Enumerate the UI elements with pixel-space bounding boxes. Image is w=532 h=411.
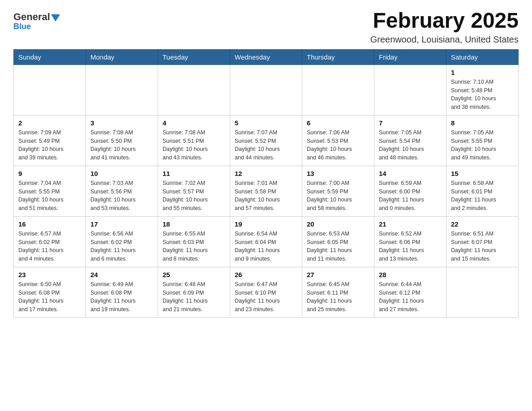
- calendar-cell: 14Sunrise: 6:59 AMSunset: 6:00 PMDayligh…: [374, 166, 446, 216]
- week-row-3: 9Sunrise: 7:04 AMSunset: 5:55 PMDaylight…: [14, 166, 519, 216]
- day-number: 11: [163, 170, 225, 177]
- calendar-cell: 2Sunrise: 7:09 AMSunset: 5:49 PMDaylight…: [14, 115, 86, 166]
- title-block: February 2025 Greenwood, Louisiana, Unit…: [370, 9, 519, 45]
- day-info: Sunrise: 7:02 AMSunset: 5:57 PMDaylight:…: [163, 179, 225, 213]
- calendar-cell: 13Sunrise: 7:00 AMSunset: 5:59 PMDayligh…: [302, 166, 374, 216]
- day-number: 3: [90, 119, 153, 127]
- day-number: 21: [379, 220, 442, 228]
- day-info: Sunrise: 6:51 AMSunset: 6:07 PMDaylight:…: [451, 230, 514, 263]
- calendar-cell: 24Sunrise: 6:49 AMSunset: 6:08 PMDayligh…: [86, 267, 158, 317]
- day-number: 17: [90, 220, 153, 228]
- calendar-cell: 3Sunrise: 7:08 AMSunset: 5:50 PMDaylight…: [86, 115, 158, 166]
- weekday-header-thursday: Thursday: [302, 49, 374, 64]
- logo-blue: Blue: [13, 22, 31, 31]
- day-number: 22: [451, 220, 514, 228]
- calendar-cell: 1Sunrise: 7:10 AMSunset: 5:48 PMDaylight…: [446, 64, 519, 115]
- logo: General Blue: [13, 9, 60, 31]
- calendar-cell: 18Sunrise: 6:55 AMSunset: 6:03 PMDayligh…: [158, 216, 230, 267]
- day-number: 25: [163, 271, 225, 278]
- calendar-cell: 23Sunrise: 6:50 AMSunset: 6:08 PMDayligh…: [14, 267, 86, 317]
- day-info: Sunrise: 6:52 AMSunset: 6:06 PMDaylight:…: [379, 230, 442, 263]
- calendar-cell: [446, 267, 519, 317]
- calendar-cell: [374, 64, 446, 115]
- calendar-cell: 4Sunrise: 7:08 AMSunset: 5:51 PMDaylight…: [158, 115, 230, 166]
- weekday-header-wednesday: Wednesday: [230, 49, 302, 64]
- day-number: 19: [235, 220, 297, 228]
- day-info: Sunrise: 7:04 AMSunset: 5:55 PMDaylight:…: [18, 179, 81, 213]
- day-info: Sunrise: 6:54 AMSunset: 6:04 PMDaylight:…: [235, 230, 297, 263]
- day-info: Sunrise: 7:06 AMSunset: 5:53 PMDaylight:…: [307, 128, 369, 162]
- calendar-cell: 17Sunrise: 6:56 AMSunset: 6:02 PMDayligh…: [86, 216, 158, 267]
- calendar-cell: 8Sunrise: 7:05 AMSunset: 5:55 PMDaylight…: [446, 115, 519, 166]
- day-number: 12: [235, 170, 297, 177]
- day-info: Sunrise: 6:45 AMSunset: 6:11 PMDaylight:…: [307, 280, 369, 314]
- day-info: Sunrise: 6:59 AMSunset: 6:00 PMDaylight:…: [379, 179, 442, 213]
- week-row-4: 16Sunrise: 6:57 AMSunset: 6:02 PMDayligh…: [14, 216, 519, 267]
- logo-general: General: [13, 11, 50, 23]
- month-title: February 2025: [370, 9, 519, 33]
- day-number: 13: [307, 170, 369, 177]
- page-header: General Blue February 2025 Greenwood, Lo…: [13, 9, 519, 45]
- calendar-cell: 28Sunrise: 6:44 AMSunset: 6:12 PMDayligh…: [374, 267, 446, 317]
- calendar-cell: 22Sunrise: 6:51 AMSunset: 6:07 PMDayligh…: [446, 216, 519, 267]
- calendar-cell: 5Sunrise: 7:07 AMSunset: 5:52 PMDaylight…: [230, 115, 302, 166]
- weekday-header-monday: Monday: [86, 49, 158, 64]
- day-info: Sunrise: 7:05 AMSunset: 5:55 PMDaylight:…: [451, 128, 514, 162]
- week-row-1: 1Sunrise: 7:10 AMSunset: 5:48 PMDaylight…: [14, 64, 519, 115]
- logo-triangle-icon: [51, 14, 60, 21]
- weekday-header-saturday: Saturday: [446, 49, 519, 64]
- calendar-cell: 7Sunrise: 7:05 AMSunset: 5:54 PMDaylight…: [374, 115, 446, 166]
- calendar-cell: 19Sunrise: 6:54 AMSunset: 6:04 PMDayligh…: [230, 216, 302, 267]
- day-info: Sunrise: 7:01 AMSunset: 5:58 PMDaylight:…: [235, 179, 297, 213]
- day-info: Sunrise: 7:07 AMSunset: 5:52 PMDaylight:…: [235, 128, 297, 162]
- calendar-table: SundayMondayTuesdayWednesdayThursdayFrid…: [13, 49, 519, 318]
- day-number: 28: [379, 271, 442, 278]
- week-row-5: 23Sunrise: 6:50 AMSunset: 6:08 PMDayligh…: [14, 267, 519, 317]
- weekday-header-row: SundayMondayTuesdayWednesdayThursdayFrid…: [14, 49, 519, 64]
- day-info: Sunrise: 7:10 AMSunset: 5:48 PMDaylight:…: [451, 78, 514, 111]
- day-info: Sunrise: 7:09 AMSunset: 5:49 PMDaylight:…: [18, 128, 81, 162]
- week-row-2: 2Sunrise: 7:09 AMSunset: 5:49 PMDaylight…: [14, 115, 519, 166]
- day-info: Sunrise: 6:47 AMSunset: 6:10 PMDaylight:…: [235, 280, 297, 314]
- calendar-cell: 21Sunrise: 6:52 AMSunset: 6:06 PMDayligh…: [374, 216, 446, 267]
- day-info: Sunrise: 6:44 AMSunset: 6:12 PMDaylight:…: [379, 280, 442, 314]
- calendar-cell: 12Sunrise: 7:01 AMSunset: 5:58 PMDayligh…: [230, 166, 302, 216]
- day-number: 7: [379, 119, 442, 127]
- day-number: 24: [90, 271, 153, 278]
- day-number: 2: [18, 119, 81, 127]
- day-info: Sunrise: 6:55 AMSunset: 6:03 PMDaylight:…: [163, 230, 225, 263]
- calendar-cell: [302, 64, 374, 115]
- weekday-header-tuesday: Tuesday: [158, 49, 230, 64]
- calendar-cell: 10Sunrise: 7:03 AMSunset: 5:56 PMDayligh…: [86, 166, 158, 216]
- calendar-cell: 15Sunrise: 6:58 AMSunset: 6:01 PMDayligh…: [446, 166, 519, 216]
- day-number: 16: [18, 220, 81, 228]
- calendar-cell: 11Sunrise: 7:02 AMSunset: 5:57 PMDayligh…: [158, 166, 230, 216]
- day-info: Sunrise: 7:08 AMSunset: 5:50 PMDaylight:…: [90, 128, 153, 162]
- day-number: 18: [163, 220, 225, 228]
- day-number: 14: [379, 170, 442, 177]
- calendar-cell: 6Sunrise: 7:06 AMSunset: 5:53 PMDaylight…: [302, 115, 374, 166]
- day-info: Sunrise: 7:05 AMSunset: 5:54 PMDaylight:…: [379, 128, 442, 162]
- calendar-cell: 26Sunrise: 6:47 AMSunset: 6:10 PMDayligh…: [230, 267, 302, 317]
- calendar-cell: [86, 64, 158, 115]
- calendar-cell: 20Sunrise: 6:53 AMSunset: 6:05 PMDayligh…: [302, 216, 374, 267]
- calendar-cell: 16Sunrise: 6:57 AMSunset: 6:02 PMDayligh…: [14, 216, 86, 267]
- day-info: Sunrise: 6:48 AMSunset: 6:09 PMDaylight:…: [163, 280, 225, 314]
- day-info: Sunrise: 7:08 AMSunset: 5:51 PMDaylight:…: [163, 128, 225, 162]
- day-number: 20: [307, 220, 369, 228]
- day-number: 1: [451, 68, 514, 76]
- calendar-cell: [158, 64, 230, 115]
- day-number: 27: [307, 271, 369, 278]
- calendar-cell: 25Sunrise: 6:48 AMSunset: 6:09 PMDayligh…: [158, 267, 230, 317]
- day-info: Sunrise: 6:58 AMSunset: 6:01 PMDaylight:…: [451, 179, 514, 213]
- day-info: Sunrise: 6:50 AMSunset: 6:08 PMDaylight:…: [18, 280, 81, 314]
- day-info: Sunrise: 6:49 AMSunset: 6:08 PMDaylight:…: [90, 280, 153, 314]
- day-number: 15: [451, 170, 514, 177]
- calendar-cell: [230, 64, 302, 115]
- day-number: 4: [163, 119, 225, 127]
- day-number: 5: [235, 119, 297, 127]
- day-info: Sunrise: 7:00 AMSunset: 5:59 PMDaylight:…: [307, 179, 369, 213]
- day-number: 23: [18, 271, 81, 278]
- day-number: 9: [18, 170, 81, 177]
- location: Greenwood, Louisiana, United States: [370, 34, 519, 45]
